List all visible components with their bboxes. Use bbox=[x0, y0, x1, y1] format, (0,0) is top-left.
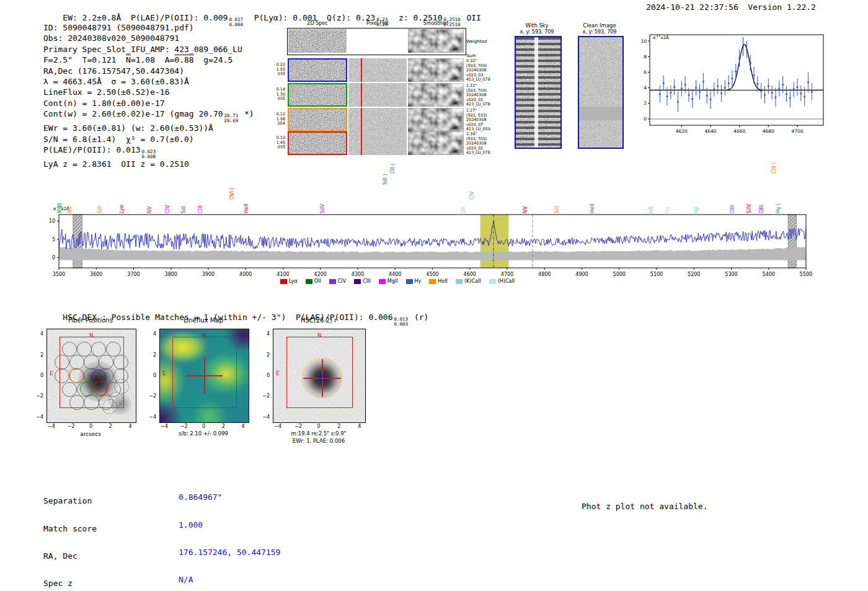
exposure-smoothed-image bbox=[408, 131, 464, 155]
legend-item: CIV bbox=[329, 278, 346, 284]
legend-item: CIII bbox=[354, 278, 371, 284]
emission-line-label: SiII ) bbox=[383, 174, 388, 185]
emission-line-label: CIII ( bbox=[771, 162, 777, 174]
cutout-x-tick-label: −2 bbox=[68, 424, 75, 429]
row-weight-labels: 0.121.98054 bbox=[272, 112, 285, 127]
legend-label: OII bbox=[314, 278, 321, 284]
exposure-smoothed-image bbox=[408, 58, 464, 82]
fiber-position-marker bbox=[361, 131, 362, 155]
cutout-x-tick-label: −2 bbox=[294, 424, 302, 429]
x-tick-label: 4400 bbox=[389, 272, 401, 277]
info-radec: RA,Dec (176.157547,50.447304) bbox=[43, 66, 254, 76]
full-spectrum-plot: 0510350036003700380039004000410042004300… bbox=[34, 212, 840, 282]
extraction-box bbox=[172, 337, 237, 408]
line-fit-plot: 024681046204640466046804700 bbox=[629, 29, 828, 141]
plae-uncertainty-2: 0.0230.008 bbox=[142, 149, 156, 159]
legend-label: Hγ bbox=[415, 278, 422, 284]
legend-label: MgII bbox=[388, 278, 398, 284]
legend-swatch bbox=[329, 279, 336, 284]
east-compass-label: E bbox=[162, 370, 166, 376]
clean-image-coords: x, y: 593, 709 bbox=[583, 29, 617, 35]
info-id: ID: 5090048791 (5090048791.pdf) bbox=[43, 22, 254, 33]
emission-line-label: OIII bbox=[730, 205, 735, 213]
cutout-y-tick-label: 2 bbox=[146, 352, 156, 358]
cutout-y-tick-label: 2 bbox=[33, 352, 43, 358]
legend-swatch bbox=[379, 279, 386, 284]
legend-swatch bbox=[280, 279, 287, 284]
y-tick-label: 6 bbox=[644, 69, 647, 75]
lineflux-xlabel: s/b: 2.10 +/- 0.099 bbox=[179, 430, 228, 437]
emission-line-label: OVI ( bbox=[229, 187, 235, 200]
emission-line-label: NV bbox=[147, 207, 153, 213]
emission-line-label: Lyα bbox=[119, 205, 125, 213]
x-tick-label: 4800 bbox=[538, 272, 551, 277]
table-row-label: Match score bbox=[43, 525, 116, 534]
exposure-2dspec-image bbox=[288, 58, 347, 82]
match-table-labels: Separation Match score RA, Dec Spec z Ph… bbox=[43, 479, 116, 591]
error-band bbox=[59, 247, 806, 260]
info-wavelength-sigma: λ = 4663.45Å σ = 3.60(±0.83)Å bbox=[43, 76, 254, 87]
legend-swatch bbox=[306, 279, 312, 284]
x-tick-label: 4300 bbox=[352, 272, 364, 277]
legend-label: HeII bbox=[438, 278, 448, 284]
x-tick-label: 4620 bbox=[676, 128, 688, 134]
x-tick-label: 3500 bbox=[53, 272, 65, 277]
cutout-y-tick-label: 2 bbox=[259, 352, 270, 358]
y-tick-label: 4 bbox=[644, 85, 647, 91]
legend-swatch bbox=[456, 279, 463, 284]
emission-line-label: OII ( bbox=[390, 163, 396, 174]
emission-line-label: SiIV bbox=[746, 204, 752, 213]
masked-band bbox=[579, 107, 622, 120]
summary-ew-plae: EW: 2.2±0.8Å P(LAE)/P(OII): 0.009 bbox=[63, 13, 228, 22]
row-weight-labels: 0.201.55035 bbox=[272, 63, 285, 77]
spectrum-line bbox=[59, 221, 806, 250]
table-row-label: RA, Dec bbox=[43, 552, 116, 561]
emission-line-label: NV bbox=[523, 207, 528, 213]
legend-label: Lyα bbox=[289, 278, 298, 284]
cutout-x-tick-label: 0 bbox=[317, 424, 320, 429]
y-tick-label: 8 bbox=[644, 54, 647, 60]
cutout-y-tick-label: 0 bbox=[33, 373, 43, 378]
lineflux-map-cutout: N E bbox=[159, 329, 249, 423]
cutout-x-tick-label: −2 bbox=[180, 424, 188, 429]
source-info: ID: 5090048791 (5090048791.pdf) Obs: 202… bbox=[43, 22, 254, 170]
legend-swatch bbox=[406, 279, 413, 284]
info-primary-spec: Primary Spec_Slot_IFU_AMP: 423_089_066_L… bbox=[43, 44, 254, 55]
hsc-ewr-plae-label: EWr: 1. PLAE: 0.006 bbox=[293, 438, 345, 444]
row-annotation: 1.27"(591, 533)20240308v020_07423_LU_059 bbox=[466, 109, 490, 132]
east-compass-label: E bbox=[276, 370, 280, 376]
x-tick-label: 4700 bbox=[791, 128, 803, 134]
summary-line-id: OII bbox=[462, 13, 481, 22]
x-tick-label: 4680 bbox=[763, 128, 774, 134]
x-tick-label: 3700 bbox=[127, 272, 140, 277]
x-tick-label: 4700 bbox=[501, 272, 513, 277]
fit-data-points bbox=[659, 37, 813, 112]
spec2d-header-2dspec: 2D Spec bbox=[307, 20, 327, 26]
clean-image-panel bbox=[578, 36, 624, 149]
legend-label: (H)CaII bbox=[498, 278, 515, 284]
cutout-x-tick-label: −4 bbox=[161, 424, 168, 429]
weighted-row-border bbox=[287, 28, 466, 55]
y-tick-label: 10 bbox=[640, 38, 647, 44]
cutout-x-tick-label: 4 bbox=[358, 424, 361, 429]
table-row-value: 0.864967" bbox=[179, 493, 280, 502]
spec2d-header-smoothed: Smoothed bbox=[423, 20, 449, 26]
x-tick-label: 4660 bbox=[733, 128, 745, 134]
x-tick-label: 4100 bbox=[277, 272, 289, 277]
cutout-x-tick-label: 2 bbox=[109, 424, 112, 429]
emission-line-label: SiII bbox=[554, 206, 560, 213]
cutout-x-tick-label: −4 bbox=[274, 424, 281, 429]
cutout-x-tick-label: 2 bbox=[337, 424, 340, 429]
legend-label: (K)CaII bbox=[464, 278, 481, 284]
row-weight-labels: 0.101.45035 bbox=[272, 136, 285, 150]
fiber-xlabel: arcsecs bbox=[80, 431, 101, 437]
info-cont-n: Cont(n) = 1.80(±0.00)e-17 bbox=[43, 98, 254, 109]
info-ewr: EWr = 3.60(±0.81) (w: 2.60(±0.53))Å bbox=[43, 123, 254, 133]
legend-swatch bbox=[429, 279, 436, 284]
emission-line-label: Hγ bbox=[665, 207, 670, 213]
x-tick-label: 4500 bbox=[426, 272, 438, 277]
cutout-y-tick-label: −2 bbox=[33, 393, 43, 399]
clean-image-title: Clean Image bbox=[583, 22, 616, 29]
match-table-values: 0.864967" 1.000 176.157246, 50.447159 N/… bbox=[179, 475, 280, 591]
cutout-y-tick-label: −2 bbox=[146, 393, 156, 399]
